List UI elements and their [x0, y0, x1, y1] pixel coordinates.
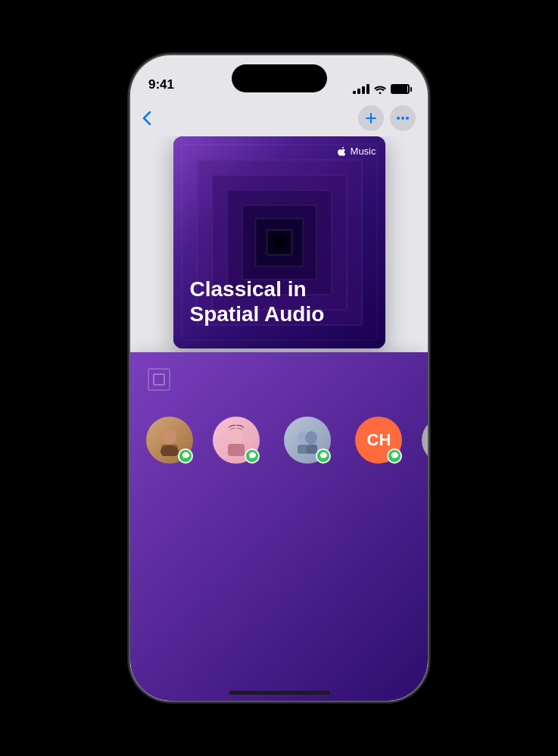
- signal-icon: [353, 84, 369, 94]
- apple-music-label: Music: [351, 145, 376, 157]
- album-title-overlay: Classical inSpatial Audio: [190, 276, 369, 327]
- status-icons: [353, 84, 410, 94]
- message-badge-group: [316, 448, 331, 464]
- dynamic-island: [232, 64, 327, 92]
- status-time: 9:41: [148, 77, 174, 94]
- back-button[interactable]: [142, 111, 151, 126]
- share-sheet: Classical in Spatial Audio by Appl... Mu…: [130, 352, 428, 701]
- message-badge-jay: [178, 448, 193, 464]
- person-avatar-jay: [146, 417, 193, 464]
- svg-rect-11: [298, 445, 308, 454]
- phone-frame: 9:41: [130, 55, 428, 701]
- add-button[interactable]: [358, 105, 384, 131]
- share-thumbnail: [142, 363, 176, 396]
- share-header: Classical in Spatial Audio by Appl... Mu…: [130, 352, 428, 405]
- svg-point-0: [397, 117, 400, 120]
- nav-bar: [130, 100, 428, 136]
- album-art: Music Classical inSpatial Audio: [173, 136, 385, 348]
- more-button[interactable]: [390, 105, 416, 131]
- wifi-icon: [374, 85, 386, 94]
- svg-point-10: [305, 431, 317, 445]
- album-text-overlay: Classical inSpatial Audio: [190, 276, 369, 327]
- svg-point-4: [163, 430, 176, 445]
- person-avatar-olivia-rico: [213, 417, 260, 464]
- svg-point-2: [406, 117, 409, 120]
- apple-music-badge: Music: [337, 145, 376, 157]
- album-section: Music Classical inSpatial Audio Classica…: [130, 136, 428, 376]
- svg-rect-8: [228, 444, 245, 456]
- battery-icon: [391, 84, 410, 94]
- apple-logo: [337, 146, 348, 157]
- svg-point-1: [401, 117, 404, 120]
- main-content: Music Classical inSpatial Audio Classica…: [130, 55, 428, 701]
- person-avatar-christine: CH: [355, 417, 402, 464]
- person-avatar-olivia-ashley: [284, 417, 331, 464]
- home-indicator: [229, 691, 330, 695]
- message-badge-olivia: [245, 448, 260, 464]
- svg-point-7: [229, 429, 243, 444]
- nav-actions: [358, 105, 416, 131]
